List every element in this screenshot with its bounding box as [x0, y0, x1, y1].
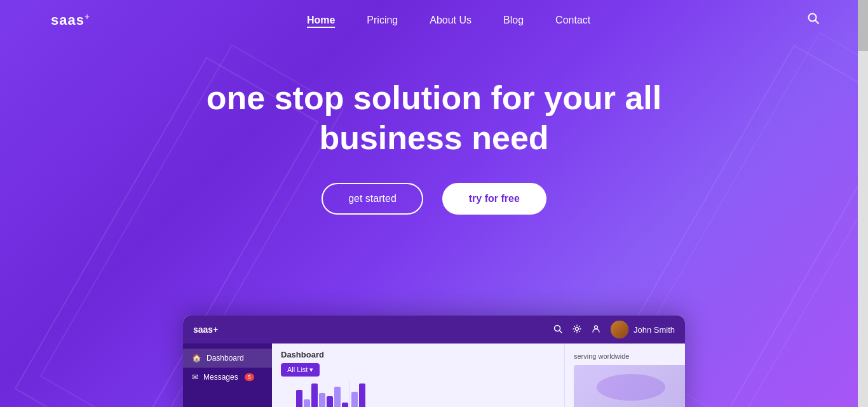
dashboard-main: Dashboard All List ▾ 2500 [272, 344, 564, 407]
try-free-button[interactable]: try for free [442, 183, 546, 215]
dashboard-preview: saas+ [183, 316, 685, 407]
nav-link-contact[interactable]: Contact [555, 15, 590, 25]
nav-links: Home Pricing About Us Blog Contact [307, 15, 590, 26]
bar-3 [311, 384, 318, 407]
bar-6 [334, 387, 341, 407]
messages-icon: ✉ [192, 373, 198, 382]
messages-badge: 5 [245, 373, 254, 381]
nav-item-home[interactable]: Home [307, 15, 335, 26]
nav-link-pricing[interactable]: Pricing [367, 15, 398, 25]
dashboard-sidebar: 🏠 Dashboard ✉ Messages 5 [183, 344, 272, 407]
nav-item-pricing[interactable]: Pricing [367, 15, 398, 26]
dashboard-right: serving worldwide [564, 344, 685, 407]
sidebar-item-dashboard[interactable]: 🏠 Dashboard [183, 349, 272, 368]
sidebar-item-messages[interactable]: ✉ Messages 5 [183, 368, 272, 387]
bar-4 [319, 393, 325, 407]
serving-label: serving worldwide [574, 352, 629, 360]
nav-link-blog[interactable]: Blog [503, 15, 524, 25]
bar-9 [359, 384, 365, 407]
avatar-image [611, 321, 628, 338]
dashboard-topbar: saas+ [183, 316, 685, 344]
dashboard-user: John Smith [611, 321, 675, 338]
divider [349, 380, 350, 407]
bar-8 [351, 392, 358, 407]
hero-section: saas+ Home Pricing About Us Blog Contact [0, 0, 868, 407]
svg-point-5 [594, 326, 597, 329]
navbar: saas+ Home Pricing About Us Blog Contact [0, 0, 858, 40]
nav-link-about[interactable]: About Us [430, 15, 471, 25]
nav-item-blog[interactable]: Blog [503, 15, 524, 26]
nav-link-home[interactable]: Home [307, 15, 335, 28]
all-list-button[interactable]: All List ▾ [281, 363, 320, 377]
nav-item-about[interactable]: About Us [430, 15, 471, 26]
dashboard-logo: saas+ [193, 324, 218, 335]
svg-point-4 [575, 327, 578, 330]
search-icon-dash[interactable] [553, 324, 562, 335]
bar-1 [296, 390, 302, 407]
get-started-button[interactable]: get started [322, 183, 423, 215]
home-icon: 🏠 [192, 354, 201, 363]
hero-buttons: get started try for free [322, 183, 546, 215]
hero-title: one stop solution for your all business … [207, 78, 661, 157]
user-icon-dash[interactable] [592, 324, 600, 335]
bar-2 [304, 399, 310, 407]
hero-content: one stop solution for your all business … [0, 78, 868, 215]
bar-5 [327, 396, 333, 407]
avatar [611, 321, 628, 338]
dashboard-icons: John Smith [553, 321, 675, 338]
user-name: John Smith [634, 325, 675, 335]
settings-icon-dash[interactable] [573, 324, 581, 335]
dashboard-body: 🏠 Dashboard ✉ Messages 5 Dashboard All L… [183, 344, 685, 407]
logo: saas+ [51, 11, 90, 29]
scrollbar-thumb[interactable] [858, 0, 868, 51]
bar-7 [342, 403, 348, 407]
sidebar-label-dashboard: Dashboard [207, 354, 244, 363]
svg-line-3 [559, 330, 562, 333]
search-icon[interactable] [807, 12, 820, 28]
world-map [574, 365, 685, 407]
nav-item-contact[interactable]: Contact [555, 15, 590, 26]
sidebar-label-messages: Messages [203, 373, 238, 382]
main-title: Dashboard [281, 350, 555, 359]
svg-line-1 [815, 20, 818, 23]
